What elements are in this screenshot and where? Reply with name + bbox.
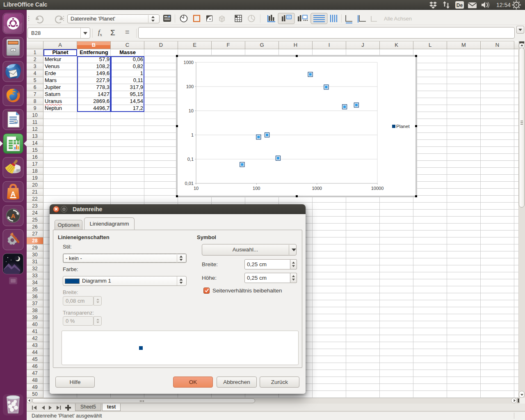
svg-text:1000: 1000 [184, 60, 194, 65]
svg-text:10000: 10000 [371, 186, 384, 191]
svg-text:Planet: Planet [396, 124, 410, 129]
svg-text:1000: 1000 [312, 186, 322, 191]
svg-text:De: De [457, 2, 463, 8]
svg-text:0,1: 0,1 [187, 157, 194, 162]
svg-text:100: 100 [186, 84, 194, 89]
svg-text:A: A [11, 212, 16, 219]
svg-text:10: 10 [189, 108, 194, 113]
svg-text:10: 10 [194, 186, 199, 191]
svg-text:1: 1 [191, 132, 194, 137]
svg-text:0,01: 0,01 [185, 181, 194, 186]
svg-text:100: 100 [253, 186, 260, 191]
svg-text:12:54: 12:54 [496, 2, 511, 8]
